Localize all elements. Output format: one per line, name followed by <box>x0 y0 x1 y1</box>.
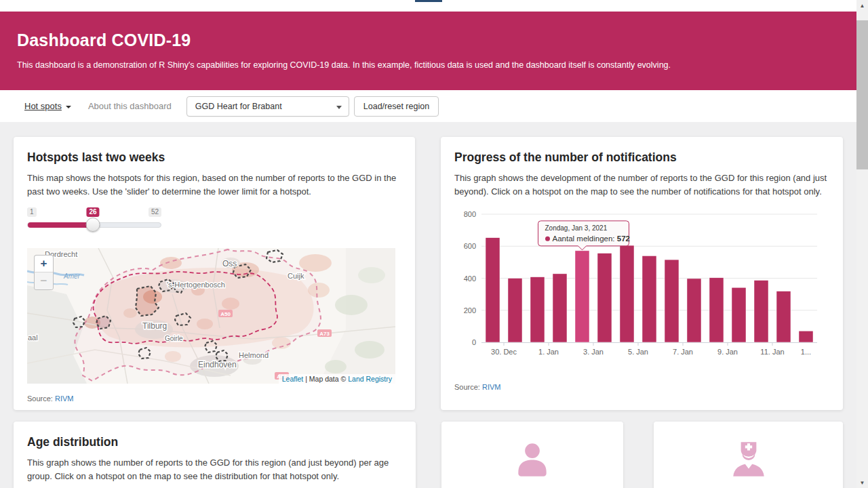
navbar: Hot spots About this dashboard GGD Heart… <box>0 90 856 122</box>
map-attribution: Leaflet | Map data © Land Registry <box>279 374 395 384</box>
nav-hotspots-dropdown[interactable]: Hot spots <box>24 101 71 111</box>
chevron-down-icon <box>336 106 342 109</box>
svg-text:11. Jan: 11. Jan <box>760 348 784 356</box>
svg-text:200: 200 <box>464 306 476 314</box>
zoom-out-button[interactable]: − <box>35 272 53 289</box>
load-reset-region-button[interactable]: Load/reset region <box>354 96 439 117</box>
nurse-icon <box>728 439 770 481</box>
scroll-up-icon[interactable]: ▲ <box>856 0 868 11</box>
svg-text:Cuijk: Cuijk <box>288 272 304 280</box>
svg-text:aal: aal <box>28 333 38 342</box>
hotspot-threshold-slider[interactable]: 1 26 52 <box>27 207 161 239</box>
notifications-card-title: Progress of the number of notifications <box>454 150 829 165</box>
svg-text:A50: A50 <box>220 311 231 317</box>
person-icon <box>511 439 553 481</box>
slider-max-label: 52 <box>149 207 161 217</box>
age-distribution-card: Age distribution This graph shows the nu… <box>14 422 416 488</box>
top-strip <box>0 0 856 12</box>
svg-text:Aantal meldingen: 572: Aantal meldingen: 572 <box>553 235 630 243</box>
svg-text:Helmond: Helmond <box>239 351 269 359</box>
slider-fill <box>28 222 93 228</box>
map-zoom-control[interactable]: + − <box>34 255 54 290</box>
svg-text:1. Jan: 1. Jan <box>538 348 559 356</box>
zoom-in-button[interactable]: + <box>35 256 53 272</box>
svg-text:5. Jan: 5. Jan <box>628 348 648 356</box>
svg-text:7. Jan: 7. Jan <box>673 348 693 356</box>
age-card-description: This graph shows the number of reports t… <box>27 456 402 483</box>
svg-text:1...: 1... <box>801 348 811 356</box>
slider-handle[interactable] <box>86 218 100 232</box>
hotspots-card-description: This map shows the hotspots for this reg… <box>27 171 401 198</box>
nav-about-link[interactable]: About this dashboard <box>88 101 172 111</box>
region-select[interactable]: GGD Heart for Brabant <box>186 96 349 117</box>
svg-text:9. Jan: 9. Jan <box>717 348 738 356</box>
svg-text:Amer: Amer <box>63 272 81 280</box>
scrollbar-thumb[interactable] <box>856 20 868 169</box>
svg-text:Zondag, Jan 3, 2021: Zondag, Jan 3, 2021 <box>545 224 608 232</box>
top-tab-indicator <box>415 0 442 2</box>
age-card-title: Age distribution <box>27 435 402 449</box>
hotspots-card: Hotspots last two weeks This map shows t… <box>14 137 415 410</box>
notifications-source: Source: RIVM <box>454 383 829 391</box>
region-select-value: GGD Heart for Brabant <box>195 102 282 111</box>
nurse-stat-card <box>654 422 843 488</box>
map-canvas[interactable]: DordrechtOssCuijk's-HertogenboschTilburg… <box>27 248 395 384</box>
notifications-card: Progress of the number of notifications … <box>441 137 843 410</box>
rivm-link[interactable]: RIVM <box>482 383 501 391</box>
leaflet-link[interactable]: Leaflet <box>282 375 304 383</box>
rivm-link[interactable]: RIVM <box>55 394 74 403</box>
svg-text:600: 600 <box>464 242 476 250</box>
svg-text:A73: A73 <box>319 331 330 337</box>
notifications-card-description: This graph shows the development of the … <box>454 171 829 198</box>
svg-text:Oss: Oss <box>222 259 237 268</box>
hotspots-card-title: Hotspots last two weeks <box>27 150 401 165</box>
svg-text:800: 800 <box>464 210 476 218</box>
dashboard-header: Dashboard COVID-19 This dashboard is a d… <box>0 12 856 90</box>
chevron-down-icon <box>66 106 71 108</box>
page-subtitle: This dashboard is a demonstration of R S… <box>17 60 840 70</box>
svg-text:3. Jan: 3. Jan <box>583 348 604 356</box>
notifications-chart[interactable]: 020040060080030. Dec1. Jan3. Jan5. Jan7.… <box>454 205 829 372</box>
svg-text:Goirle: Goirle <box>165 335 183 342</box>
hotspots-source: Source: RIVM <box>27 394 401 403</box>
page-title: Dashboard COVID-19 <box>17 30 840 50</box>
hotspots-map[interactable]: DordrechtOssCuijk's-HertogenboschTilburg… <box>27 248 395 384</box>
svg-text:400: 400 <box>464 274 476 283</box>
svg-text:0: 0 <box>472 338 476 346</box>
slider-min-label: 1 <box>27 207 37 217</box>
vertical-scrollbar[interactable]: ▲ ▼ <box>856 0 868 488</box>
svg-text:Tilburg: Tilburg <box>142 321 167 331</box>
land-registry-link[interactable]: Land Registry <box>348 375 392 383</box>
scroll-down-icon[interactable]: ▼ <box>856 477 868 488</box>
person-stat-card <box>441 422 624 488</box>
svg-text:Eindhoven: Eindhoven <box>198 360 237 369</box>
slider-value-badge: 26 <box>86 207 99 217</box>
main-content: Hotspots last two weeks This map shows t… <box>0 122 856 488</box>
svg-text:30. Dec: 30. Dec <box>491 348 517 356</box>
svg-text:'s-Hertogenbosch: 's-Hertogenbosch <box>167 281 225 289</box>
